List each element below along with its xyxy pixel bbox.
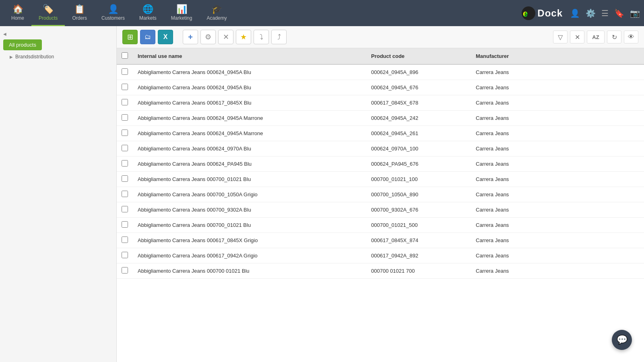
sort-az-button[interactable]: AZ <box>587 31 605 43</box>
row-check-cell <box>117 172 133 187</box>
row-checkbox[interactable] <box>122 191 128 197</box>
refresh-button[interactable]: ↻ <box>607 31 621 43</box>
table-row[interactable]: Abbigliamento Carrera Jeans 000624_0945A… <box>117 126 644 141</box>
table-row[interactable]: Abbigliamento Carrera Jeans 000617_0845X… <box>117 233 644 248</box>
sidebar-all-products[interactable]: All products <box>0 38 116 52</box>
row-name: Abbigliamento Carrera Jeans 000700_01021… <box>133 218 366 233</box>
bookmark-icon[interactable]: 🔖 <box>614 8 624 18</box>
sidebar-toggle[interactable]: ◀ <box>0 30 116 38</box>
clear-filter-button[interactable]: ✕ <box>570 31 584 43</box>
table-row[interactable]: Abbigliamento Carrera Jeans 000700_1050A… <box>117 187 644 202</box>
table-row[interactable]: Abbigliamento Carrera Jeans 000624_0945A… <box>117 111 644 126</box>
nav-item-orders[interactable]: 📋 Orders <box>65 0 94 26</box>
row-check-cell <box>117 64 133 80</box>
nav-item-markets[interactable]: 🌐 Markets <box>132 0 164 26</box>
categories-icon: 🗂 <box>144 33 151 41</box>
table-row[interactable]: Abbigliamento Carrera Jeans 000617_0845X… <box>117 95 644 111</box>
row-manufacturer: Carrera Jeans <box>471 95 644 111</box>
settings-icon[interactable]: ⚙️ <box>586 8 596 18</box>
table-row[interactable]: Abbigliamento Carrera Jeans 000700_01021… <box>117 218 644 233</box>
row-check-cell <box>117 80 133 95</box>
add-new-button[interactable]: + <box>183 30 198 44</box>
header-row: Internal use name Product code Manufactu… <box>117 48 644 64</box>
row-checkbox[interactable] <box>122 221 128 228</box>
table-body: Abbigliamento Carrera Jeans 000624_0945A… <box>117 64 644 279</box>
delete-button[interactable]: ✕ <box>218 30 233 44</box>
row-checkbox[interactable] <box>122 114 128 121</box>
nav-item-academy[interactable]: 🎓 Academy <box>199 0 234 26</box>
row-name: Abbigliamento Carrera Jeans 000700_1050A… <box>133 187 366 202</box>
row-name: Abbigliamento Carrera Jeans 000624_0945A… <box>133 126 366 141</box>
row-checkbox[interactable] <box>122 68 128 75</box>
view-button[interactable]: 👁 <box>624 31 638 43</box>
row-checkbox[interactable] <box>122 160 128 167</box>
app-logo: e Dock <box>521 6 563 21</box>
nav-item-marketing[interactable]: 📊 Marketing <box>164 0 200 26</box>
row-check-cell <box>117 187 133 202</box>
row-checkbox[interactable] <box>122 267 128 274</box>
clear-filter-icon: ✕ <box>575 33 580 41</box>
settings-button[interactable]: ⚙ <box>200 30 216 44</box>
import-button[interactable]: ⤵ <box>254 30 269 44</box>
row-manufacturer: Carrera Jeans <box>471 248 644 263</box>
sidebar-item-brandsdistribution[interactable]: ▶ Brandsdistribution <box>0 52 116 62</box>
chat-icon: 💬 <box>617 335 627 345</box>
row-checkbox[interactable] <box>122 84 128 90</box>
add-square-button[interactable]: ⊞ <box>122 30 138 44</box>
user-icon[interactable]: 👤 <box>570 8 580 18</box>
content-area: ⊞ 🗂 X + ⚙ ✕ ★ ⤵ <box>117 26 644 362</box>
row-checkbox[interactable] <box>122 175 128 182</box>
row-checkbox[interactable] <box>122 145 128 151</box>
orders-icon: 📋 <box>74 4 85 14</box>
row-checkbox[interactable] <box>122 252 128 258</box>
chevron-right-icon: ▶ <box>10 55 13 59</box>
header-code: Product code <box>366 48 471 64</box>
excel-button[interactable]: X <box>158 30 173 44</box>
list-icon[interactable]: ☰ <box>601 8 609 18</box>
row-manufacturer: Carrera Jeans <box>471 218 644 233</box>
table-row[interactable]: Abbigliamento Carrera Jeans 000624_PA945… <box>117 156 644 172</box>
row-name: Abbigliamento Carrera Jeans 000617_0845X… <box>133 233 366 248</box>
star-icon: ★ <box>240 33 247 41</box>
row-name: Abbigliamento Carrera Jeans 000700 01021… <box>133 263 366 279</box>
categories-button[interactable]: 🗂 <box>140 30 155 44</box>
filter-button[interactable]: ▽ <box>553 31 568 43</box>
table-row[interactable]: Abbigliamento Carrera Jeans 000624_0945A… <box>117 64 644 80</box>
table-row[interactable]: Abbigliamento Carrera Jeans 000700_01021… <box>117 172 644 187</box>
logo-area: e Dock 👤 ⚙️ ☰ 🔖 📷 <box>521 6 640 21</box>
row-manufacturer: Carrera Jeans <box>471 141 644 156</box>
table-row[interactable]: Abbigliamento Carrera Jeans 000700_9302A… <box>117 202 644 218</box>
table-row[interactable]: Abbigliamento Carrera Jeans 000624_0970A… <box>117 141 644 156</box>
nav-item-products[interactable]: 🏷️ Products <box>31 0 65 26</box>
row-checkbox[interactable] <box>122 130 128 136</box>
nav-label-products: Products <box>39 15 58 21</box>
row-name: Abbigliamento Carrera Jeans 000624_0945A… <box>133 80 366 95</box>
row-name: Abbigliamento Carrera Jeans 000700_9302A… <box>133 202 366 218</box>
row-manufacturer: Carrera Jeans <box>471 187 644 202</box>
row-name: Abbigliamento Carrera Jeans 000624_0970A… <box>133 141 366 156</box>
row-checkbox[interactable] <box>122 237 128 243</box>
nav-label-academy: Academy <box>206 15 227 21</box>
row-name: Abbigliamento Carrera Jeans 000624_0945A… <box>133 111 366 126</box>
row-code: 000624_0945A_896 <box>366 64 471 80</box>
toolbar: ⊞ 🗂 X + ⚙ ✕ ★ ⤵ <box>117 26 644 48</box>
table-row[interactable]: Abbigliamento Carrera Jeans 000700 01021… <box>117 263 644 279</box>
refresh-icon: ↻ <box>612 33 617 41</box>
chat-button[interactable]: 💬 <box>612 330 632 350</box>
row-checkbox[interactable] <box>122 206 128 212</box>
export-button[interactable]: ⤴ <box>271 30 287 44</box>
export-icon: ⤴ <box>277 33 281 41</box>
row-check-cell <box>117 218 133 233</box>
table-row[interactable]: Abbigliamento Carrera Jeans 000617_0942A… <box>117 248 644 263</box>
row-code: 000624_PA945_676 <box>366 156 471 172</box>
nav-label-customers: Customers <box>101 15 125 21</box>
favorite-button[interactable]: ★ <box>236 30 251 44</box>
nav-item-customers[interactable]: 👤 Customers <box>94 0 132 26</box>
row-checkbox[interactable] <box>122 99 128 105</box>
table-row[interactable]: Abbigliamento Carrera Jeans 000624_0945A… <box>117 80 644 95</box>
chevron-left-icon: ◀ <box>3 32 6 36</box>
nav-item-home[interactable]: 🏠 Home <box>4 0 31 26</box>
select-all-checkbox[interactable] <box>122 52 128 59</box>
camera-icon[interactable]: 📷 <box>630 8 640 18</box>
row-name: Abbigliamento Carrera Jeans 000617_0845X… <box>133 95 366 111</box>
